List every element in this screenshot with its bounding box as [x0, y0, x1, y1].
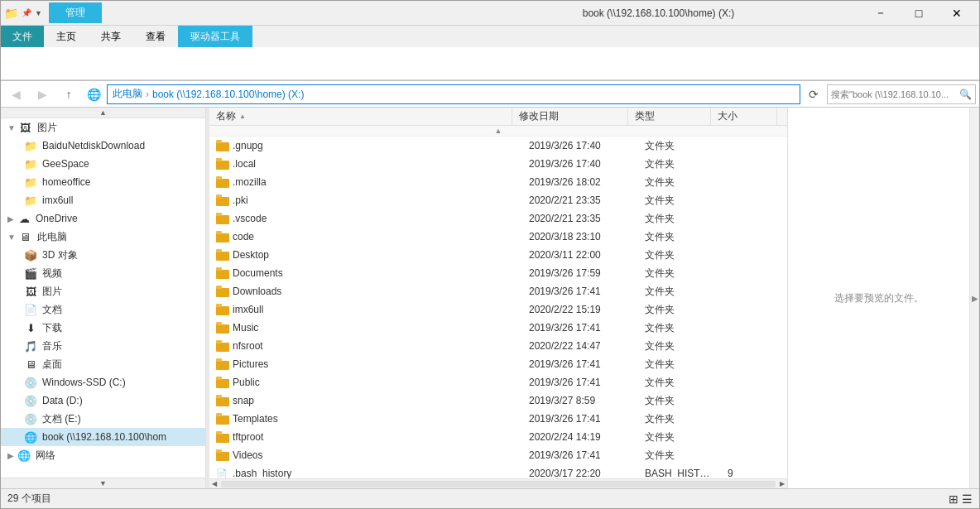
sidebar-scroll-down[interactable]: ▼: [1, 478, 205, 488]
sidebar-item-windows-ssd[interactable]: 💿 Windows-SSD (C:): [1, 373, 205, 391]
file-name: Desktop: [233, 249, 269, 261]
horizontal-scrollbar[interactable]: ◀ ▶: [209, 478, 787, 488]
sidebar-item-pic2[interactable]: 🖼 图片: [1, 282, 205, 300]
file-name: code: [233, 231, 254, 242]
table-row[interactable]: Music 2019/3/26 17:41 文件夹: [209, 319, 787, 337]
sidebar-label-baidu: BaiduNetdiskDownload: [42, 140, 145, 151]
table-row[interactable]: Downloads 2019/3/26 17:41 文件夹: [209, 282, 787, 300]
table-row[interactable]: nfsroot 2020/2/22 14:47 文件夹: [209, 337, 787, 355]
search-input[interactable]: [831, 89, 959, 99]
cell-date: 2020/3/11 22:00: [522, 249, 638, 261]
table-row[interactable]: .gnupg 2019/3/26 17:40 文件夹: [209, 137, 787, 155]
cell-type: 文件夹: [638, 339, 721, 353]
address-path[interactable]: 此电脑 › book (\\192.168.10.100\home) (X:): [107, 84, 800, 104]
table-row[interactable]: Templates 2019/3/26 17:41 文件夹: [209, 410, 787, 428]
cell-type: 文件夹: [638, 412, 721, 426]
col-header-size[interactable]: 大小: [711, 108, 777, 125]
cell-type: BASH_HISTORY ...: [638, 468, 721, 478]
table-row[interactable]: 📄 .bash_history 2020/3/17 22:20 BASH_HIS…: [209, 464, 787, 478]
sidebar-item-network[interactable]: ▶ 🌐 网络: [1, 446, 205, 464]
minimize-button[interactable]: －: [862, 1, 900, 26]
ssd-icon: 💿: [24, 376, 37, 389]
maximize-button[interactable]: □: [900, 1, 938, 26]
table-row[interactable]: Documents 2019/3/26 17:59 文件夹: [209, 264, 787, 282]
path-book[interactable]: book (\\192.168.10.100\home) (X:): [152, 89, 304, 100]
file-name: Videos: [233, 449, 262, 461]
table-row[interactable]: .mozilla 2019/3/26 18:02 文件夹: [209, 173, 787, 191]
cell-name: snap: [209, 395, 522, 406]
right-collapse-button[interactable]: ▶: [969, 108, 979, 488]
table-row[interactable]: Pictures 2019/3/26 17:41 文件夹: [209, 355, 787, 373]
col-header-name[interactable]: 名称 ▲: [209, 108, 512, 125]
h-scroll-track[interactable]: [221, 481, 776, 487]
sidebar-item-book-x[interactable]: 🌐 book (\\192.168.10.100\hom: [1, 428, 205, 446]
table-row[interactable]: Videos 2019/3/26 17:41 文件夹: [209, 446, 787, 464]
sidebar-item-desktop[interactable]: 🖥 桌面: [1, 355, 205, 373]
sidebar-item-doc[interactable]: 📄 文档: [1, 300, 205, 319]
sidebar-item-video[interactable]: 🎬 视频: [1, 264, 205, 282]
sidebar-label-doc: 文档: [42, 303, 62, 317]
folder-icon: [216, 249, 229, 261]
tab-file[interactable]: 文件: [1, 26, 44, 47]
table-row[interactable]: snap 2019/3/27 8:59 文件夹: [209, 391, 787, 410]
tab-view[interactable]: 查看: [133, 26, 178, 47]
table-row[interactable]: Desktop 2020/3/11 22:00 文件夹: [209, 246, 787, 264]
pic-icon: 🖼: [19, 121, 32, 134]
app-icon: 📁: [4, 7, 18, 20]
tab-drive-tools[interactable]: 驱动器工具: [178, 26, 252, 47]
up-button[interactable]: ↑: [57, 84, 80, 104]
col-header-type[interactable]: 类型: [628, 108, 711, 125]
table-row[interactable]: .local 2019/3/26 17:40 文件夹: [209, 155, 787, 173]
close-button[interactable]: ✕: [938, 1, 976, 26]
sidebar-item-imx6ull-pinned[interactable]: 📁 imx6ull: [1, 191, 205, 209]
path-thispc[interactable]: 此电脑: [113, 87, 142, 101]
book-x-icon: 🌐: [24, 430, 37, 444]
desktop-icon: 🖥: [24, 358, 37, 371]
folder-icon: [216, 395, 229, 406]
tab-manage[interactable]: 管理: [49, 2, 102, 23]
sidebar-item-data-d[interactable]: 💿 Data (D:): [1, 391, 205, 410]
list-scroll-up[interactable]: ▲: [209, 126, 787, 137]
sidebar-item-music[interactable]: 🎵 音乐: [1, 337, 205, 355]
forward-button[interactable]: ▶: [31, 84, 54, 104]
title-dropdown-icon[interactable]: ▼: [35, 9, 42, 17]
thispc-icon: 🖥: [19, 230, 32, 243]
table-row[interactable]: Public 2019/3/26 17:41 文件夹: [209, 373, 787, 391]
view-icon-list[interactable]: ☰: [962, 492, 973, 506]
cell-date: 2019/3/26 17:40: [522, 158, 638, 170]
back-button[interactable]: ◀: [4, 84, 27, 104]
sidebar-scroll-up[interactable]: ▲: [1, 108, 205, 118]
sidebar-label-pic-quickaccess: 图片: [37, 121, 57, 135]
table-row[interactable]: tftproot 2020/2/24 14:19 文件夹: [209, 428, 787, 446]
cell-type: 文件夹: [638, 212, 721, 226]
table-row[interactable]: .pki 2020/2/21 23:35 文件夹: [209, 191, 787, 209]
col-header-date[interactable]: 修改日期: [512, 108, 628, 125]
refresh-button[interactable]: ⟳: [804, 84, 824, 104]
sidebar-item-thispc[interactable]: ▼ 🖥 此电脑: [1, 228, 205, 246]
file-name: Pictures: [233, 358, 268, 370]
h-scroll-right[interactable]: ▶: [777, 479, 787, 489]
table-row[interactable]: .vscode 2020/2/21 23:35 文件夹: [209, 209, 787, 228]
3d-icon: 📦: [24, 248, 37, 262]
table-row[interactable]: code 2020/3/18 23:10 文件夹: [209, 228, 787, 246]
tab-home[interactable]: 主页: [44, 26, 89, 47]
sidebar-item-baidu[interactable]: 📁 BaiduNetdiskDownload: [1, 137, 205, 155]
sidebar-item-homeoffice[interactable]: 📁 homeoffice: [1, 173, 205, 191]
folder-icon: [216, 176, 229, 188]
sidebar-item-geespace[interactable]: 📁 GeeSpace: [1, 155, 205, 173]
view-icon-grid[interactable]: ⊞: [949, 492, 958, 506]
folder-icon: [216, 322, 229, 334]
cell-name: nfsroot: [209, 340, 522, 352]
cell-type: 文件夹: [638, 139, 721, 153]
sidebar-item-doc-e[interactable]: 💿 文档 (E:): [1, 410, 205, 428]
table-row[interactable]: imx6ull 2020/2/22 15:19 文件夹: [209, 300, 787, 319]
sidebar-item-onedrive[interactable]: ▶ ☁ OneDrive: [1, 209, 205, 228]
folder-icon: [216, 431, 229, 443]
sidebar-label-homeoffice: homeoffice: [42, 176, 90, 188]
sidebar-item-download[interactable]: ⬇ 下载: [1, 319, 205, 337]
sidebar-item-3dobject[interactable]: 📦 3D 对象: [1, 246, 205, 264]
sidebar-item-pic-quickaccess[interactable]: ▼ 🖼 图片: [1, 118, 205, 137]
tab-share[interactable]: 共享: [89, 26, 133, 47]
h-scroll-left[interactable]: ◀: [209, 479, 219, 489]
search-box[interactable]: 🔍: [827, 84, 976, 104]
